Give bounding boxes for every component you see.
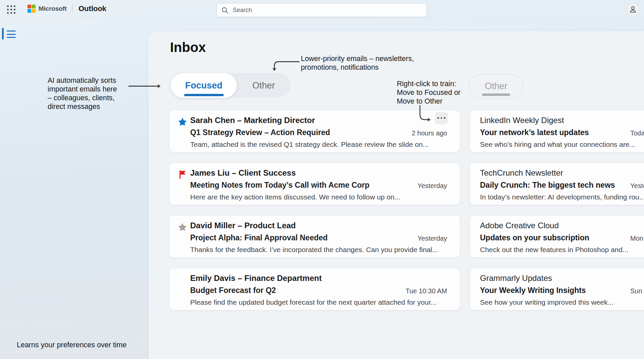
- time-text: Mon: [630, 235, 643, 242]
- time-text: Sun: [630, 287, 642, 295]
- sender-text: David Miller – Product Lead: [190, 221, 296, 230]
- page-title: Inbox: [170, 40, 206, 55]
- sender-text: Grammarly Updates: [480, 274, 552, 283]
- sender-text: Adobe Creative Cloud: [480, 221, 559, 230]
- subject-text: Meeting Notes from Today’s Call with Acm…: [190, 181, 370, 190]
- top-bar: Microsoft Outlook: [0, 0, 644, 18]
- subject-text: Project Alpha: Final Approval Needed: [190, 233, 328, 242]
- sender-text: James Liu – Client Success: [190, 168, 296, 178]
- email-row-techcrunch[interactable]: TechCrunch Newsletter Daily Crunch: The …: [470, 163, 644, 205]
- tab-focused[interactable]: Focused: [171, 73, 237, 98]
- outlook-window: Microsoft Outlook Inbox Focused Other: [0, 0, 644, 359]
- sender-text: TechCrunch Newsletter: [480, 168, 563, 178]
- preview-text: See who’s hiring and what your connectio…: [480, 140, 635, 148]
- preview-text: Please find the updated budget forecast …: [190, 298, 436, 306]
- topbar-divider: [72, 4, 72, 14]
- nav-selection-accent: [2, 28, 4, 40]
- app-launcher-icon: [7, 5, 15, 14]
- flag-icon[interactable]: [177, 170, 187, 180]
- microsoft-wordmark: Microsoft: [39, 5, 67, 12]
- focused-other-tabs: Focused Other: [171, 73, 290, 97]
- menu-toggle-button[interactable]: [7, 30, 16, 39]
- time-text: 2 hours ago: [412, 129, 447, 137]
- subject-text: Q1 Strategy Review – Action Required: [190, 128, 330, 137]
- preview-text: Here are the key action items discussed.…: [190, 193, 400, 201]
- more-options-button[interactable]: [435, 112, 448, 124]
- time-text: Yesterday: [630, 182, 644, 190]
- email-row-sarah-chen[interactable]: Sarah Chen – Marketing Director Q1 Strat…: [169, 110, 460, 153]
- other-column-indicator: [482, 94, 510, 96]
- ellipsis-icon: [437, 117, 439, 119]
- preview-text: Thanks for the feedback. I’ve incorporat…: [190, 246, 438, 254]
- annotation-train-note: Right-click to train: Move to Focused or…: [397, 79, 461, 106]
- email-row-adobe[interactable]: Adobe Creative Cloud Updates on your sub…: [470, 215, 644, 258]
- sender-text: Emily Davis – Finance Department: [190, 274, 322, 283]
- tab-focused-active-indicator: [184, 94, 224, 96]
- preview-text: Check out the new features in Photoshop …: [480, 246, 628, 254]
- annotation-focused-note: AI automatically sorts important emails …: [48, 76, 117, 111]
- subject-text: Daily Crunch: The biggest tech news: [480, 181, 615, 190]
- time-text: Yesterday: [418, 182, 447, 190]
- annotation-footer-note: Learns your preferences over time: [17, 341, 126, 349]
- subject-text: Your Weekly Writing Insights: [480, 286, 586, 295]
- star-icon[interactable]: [177, 222, 187, 232]
- other-column-label: Other: [485, 81, 507, 92]
- sender-text: Sarah Chen – Marketing Director: [190, 116, 315, 125]
- microsoft-logo-icon: [28, 5, 36, 13]
- subject-text: Your network’s latest updates: [480, 128, 589, 137]
- preview-text: See how your writing improved this week.…: [480, 298, 613, 306]
- email-row-grammarly[interactable]: Grammarly Updates Your Weekly Writing In…: [470, 268, 644, 310]
- product-name: Outlook: [78, 4, 106, 13]
- tab-focused-label: Focused: [185, 80, 222, 91]
- other-column-header-tab[interactable]: Other: [469, 74, 524, 99]
- account-button[interactable]: [626, 2, 640, 16]
- search-input[interactable]: [216, 3, 427, 17]
- time-text: Tue 10:30 AM: [406, 287, 447, 295]
- email-row-david-miller[interactable]: David Miller – Product Lead Project Alph…: [169, 215, 460, 258]
- star-icon[interactable]: [177, 117, 187, 127]
- tab-other[interactable]: Other: [237, 73, 290, 98]
- time-text: Yesterday: [418, 235, 447, 242]
- subject-text: Budget Forecast for Q2: [190, 286, 276, 295]
- hamburger-icon: [7, 31, 16, 32]
- inbox-panel: Inbox Focused Other Other Sarah Chen – M…: [149, 31, 644, 359]
- email-row-emily-davis[interactable]: Emily Davis – Finance Department Budget …: [169, 268, 460, 310]
- preview-text: In today’s newsletter: AI developments, …: [480, 193, 644, 201]
- subject-text: Updates on your subscription: [480, 233, 589, 242]
- time-text: Today: [630, 129, 644, 137]
- sender-text: LinkedIn Weekly Digest: [480, 116, 564, 125]
- preview-text: Team, attached is the revised Q1 strateg…: [190, 140, 429, 148]
- email-row-linkedin[interactable]: LinkedIn Weekly Digest Your network’s la…: [470, 110, 644, 153]
- app-launcher-button[interactable]: [5, 4, 17, 15]
- person-icon: [629, 5, 637, 14]
- microsoft-logo: Microsoft: [28, 5, 67, 13]
- annotation-other-note: Lower-priority emails – newsletters, pro…: [301, 54, 414, 72]
- email-row-james-liu[interactable]: James Liu – Client Success Meeting Notes…: [169, 163, 460, 205]
